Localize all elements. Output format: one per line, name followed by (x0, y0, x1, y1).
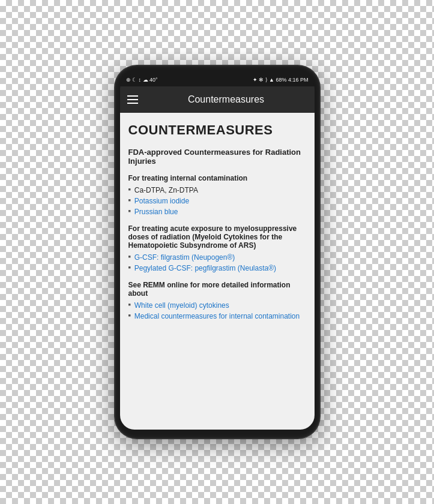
section2-subheading: For treating internal contamination (128, 174, 306, 182)
status-icons-left: ⊕ ☾ ↕ ☁ 40° (126, 77, 158, 83)
phone-inner: ⊕ ☾ ↕ ☁ 40° ✦ ✻ ⟩ ▲ 68% 4:16 PM Counterm… (120, 74, 315, 430)
list-item: Potassium iodide (128, 197, 306, 205)
item-gcsf[interactable]: G-CSF: filgrastim (Neupogen®) (134, 253, 235, 262)
app-bar-title: Countermeasures (145, 94, 307, 105)
list-item: Medical countermeasures for internal con… (128, 312, 306, 320)
list-item: White cell (myeloid) cytokines (128, 301, 306, 310)
screen-content[interactable]: COUNTERMEASURES FDA-approved Countermeas… (120, 113, 315, 430)
hamburger-line-3 (127, 103, 138, 104)
list-item: Ca-DTPA, Zn-DTPA (128, 186, 306, 194)
section4-list: White cell (myeloid) cytokines Medical c… (128, 301, 306, 320)
page-title: COUNTERMEASURES (128, 122, 306, 138)
list-item: Pegylated G-CSF: pegfilgrastim (Neulasta… (128, 264, 306, 272)
list-item: G-CSF: filgrastim (Neupogen®) (128, 253, 306, 262)
section3-subheading: For treating acute exposure to myelosupp… (128, 224, 306, 250)
hamburger-line-2 (127, 99, 138, 100)
status-left: ⊕ ☾ ↕ ☁ 40° (126, 77, 158, 83)
item-pegylated-gcsf[interactable]: Pegylated G-CSF: pegfilgrastim (Neulasta… (134, 264, 276, 272)
status-right: ✦ ✻ ⟩ ▲ 68% 4:16 PM (253, 77, 309, 83)
app-bar: Countermeasures (120, 86, 315, 113)
section-fda-heading: FDA-approved Countermeasures for Radiati… (128, 148, 306, 166)
status-icons-right: ✦ ✻ ⟩ ▲ 68% 4:16 PM (253, 77, 309, 83)
section3-list: G-CSF: filgrastim (Neupogen®) Pegylated … (128, 253, 306, 272)
hamburger-line-1 (127, 95, 138, 97)
section-remm: See REMM online for more detailed inform… (128, 281, 306, 320)
section4-subheading: See REMM online for more detailed inform… (128, 281, 306, 298)
status-bar: ⊕ ☾ ↕ ☁ 40° ✦ ✻ ⟩ ▲ 68% 4:16 PM (120, 74, 315, 86)
hamburger-menu[interactable] (127, 95, 138, 104)
section-internal-contamination: For treating internal contamination Ca-D… (128, 174, 306, 216)
section-acute-exposure: For treating acute exposure to myelosupp… (128, 224, 306, 272)
section1-heading: FDA-approved Countermeasures for Radiati… (128, 148, 306, 166)
item-medical-countermeasures[interactable]: Medical countermeasures for internal con… (134, 312, 300, 320)
section2-list: Ca-DTPA, Zn-DTPA Potassium iodide Prussi… (128, 186, 306, 216)
phone-shell: ⊕ ☾ ↕ ☁ 40° ✦ ✻ ⟩ ▲ 68% 4:16 PM Counterm… (115, 66, 319, 438)
item-potassium-iodide[interactable]: Potassium iodide (134, 197, 189, 205)
list-item: Prussian blue (128, 208, 306, 216)
item-prussian-blue[interactable]: Prussian blue (134, 208, 178, 216)
item-white-cell-cytokines[interactable]: White cell (myeloid) cytokines (134, 301, 229, 310)
item-ca-dtpa: Ca-DTPA, Zn-DTPA (134, 186, 198, 194)
